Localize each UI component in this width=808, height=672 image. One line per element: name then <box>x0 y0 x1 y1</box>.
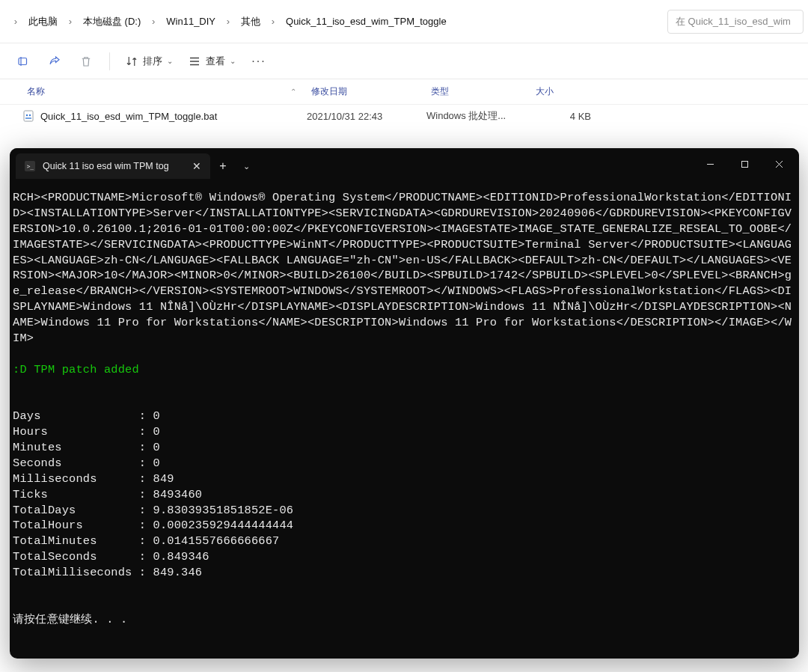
toolbar: 排序 ⌄ 查看 ⌄ ··· <box>0 43 808 79</box>
breadcrumb[interactable]: › 此电脑 › 本地磁盘 (D:) › Win11_DIY › 其他 › Qui… <box>4 10 658 33</box>
sort-indicator-icon: ⌃ <box>290 88 296 96</box>
breadcrumb-seg-pc[interactable]: 此电脑 <box>22 10 64 33</box>
header-type[interactable]: 类型 <box>431 85 536 98</box>
chevron-right-icon: › <box>147 16 160 27</box>
minimize-icon <box>706 160 714 168</box>
rename-button[interactable] <box>9 49 37 74</box>
terminal-tab[interactable]: >_ Quick 11 iso esd wim TPM tog ✕ <box>16 153 210 179</box>
minimize-button[interactable] <box>693 152 727 176</box>
address-bar: › 此电脑 › 本地磁盘 (D:) › Win11_DIY › 其他 › Qui… <box>0 0 808 43</box>
breadcrumb-seg-folder1[interactable]: Win11_DIY <box>160 11 221 31</box>
svg-point-2 <box>26 114 28 116</box>
more-button[interactable]: ··· <box>245 49 273 74</box>
sort-label: 排序 <box>143 55 162 68</box>
terminal-output[interactable]: RCH><PRODUCTNAME>Microsoft® Windows® Ope… <box>10 180 799 659</box>
header-date[interactable]: 修改日期 <box>311 85 431 98</box>
file-date: 2021/10/31 22:43 <box>307 111 426 122</box>
view-menu[interactable]: 查看 ⌄ <box>182 49 242 74</box>
svg-text:>_: >_ <box>27 163 34 170</box>
chevron-right-icon: › <box>9 16 22 27</box>
svg-rect-0 <box>19 58 27 64</box>
rename-icon <box>16 55 30 68</box>
tab-dropdown-button[interactable]: ⌄ <box>236 153 257 179</box>
plus-icon: + <box>219 159 226 173</box>
terminal-titlebar[interactable]: >_ Quick 11 iso esd wim TPM tog ✕ + ⌄ <box>10 148 799 180</box>
bat-file-icon <box>22 110 34 122</box>
file-size: 4 KB <box>531 111 606 122</box>
breadcrumb-seg-current[interactable]: Quick_11_iso_esd_wim_TPM_toggle <box>280 11 453 31</box>
share-button[interactable] <box>40 49 69 74</box>
trash-icon <box>79 55 93 68</box>
file-row[interactable]: Quick_11_iso_esd_wim_TPM_toggle.bat 2021… <box>0 105 808 127</box>
terminal-xml-output: RCH><PRODUCTNAME>Microsoft® Windows® Ope… <box>13 190 796 346</box>
toolbar-divider <box>109 52 110 70</box>
search-placeholder: 在 Quick_11_iso_esd_wim <box>676 15 791 28</box>
chevron-right-icon: › <box>64 16 77 27</box>
svg-rect-6 <box>741 161 747 167</box>
window-controls <box>693 152 796 176</box>
maximize-button[interactable] <box>727 152 762 176</box>
ellipsis-icon: ··· <box>251 55 266 68</box>
close-icon <box>775 160 783 168</box>
file-name: Quick_11_iso_esd_wim_TPM_toggle.bat <box>40 111 217 122</box>
svg-point-3 <box>29 114 31 116</box>
sort-menu[interactable]: 排序 ⌄ <box>119 49 179 74</box>
chevron-down-icon: ⌄ <box>230 57 236 65</box>
terminal-timing-stats: Days : 0 Hours : 0 Minutes : 0 Seconds :… <box>13 409 796 581</box>
chevron-right-icon: › <box>221 16 235 27</box>
share-icon <box>48 55 61 68</box>
column-headers: 名称 ⌃ 修改日期 类型 大小 <box>0 79 808 105</box>
svg-rect-1 <box>24 111 33 121</box>
cmd-icon: >_ <box>25 161 35 171</box>
terminal-prompt: 请按任意键继续. . . <box>13 612 796 628</box>
maximize-icon <box>741 160 749 168</box>
chevron-right-icon: › <box>266 16 280 27</box>
breadcrumb-seg-folder2[interactable]: 其他 <box>235 10 266 33</box>
list-icon <box>188 55 201 68</box>
header-size[interactable]: 大小 <box>536 85 610 98</box>
chevron-down-icon: ⌄ <box>243 162 250 171</box>
search-input[interactable]: 在 Quick_11_iso_esd_wim <box>667 10 804 34</box>
file-type: Windows 批处理... <box>426 109 531 123</box>
delete-button[interactable] <box>72 49 100 74</box>
terminal-window: >_ Quick 11 iso esd wim TPM tog ✕ + ⌄ RC… <box>10 148 799 659</box>
close-button[interactable] <box>762 152 796 176</box>
new-tab-button[interactable]: + <box>210 153 236 179</box>
tab-close-icon[interactable]: ✕ <box>192 160 201 172</box>
terminal-status-line: :D TPM patch added <box>13 362 796 378</box>
header-name[interactable]: 名称 ⌃ <box>27 85 311 98</box>
terminal-tab-title: Quick 11 iso esd wim TPM tog <box>43 161 185 171</box>
chevron-down-icon: ⌄ <box>167 57 173 65</box>
view-label: 查看 <box>206 55 225 68</box>
breadcrumb-seg-drive[interactable]: 本地磁盘 (D:) <box>77 10 147 33</box>
sort-icon <box>125 55 138 68</box>
